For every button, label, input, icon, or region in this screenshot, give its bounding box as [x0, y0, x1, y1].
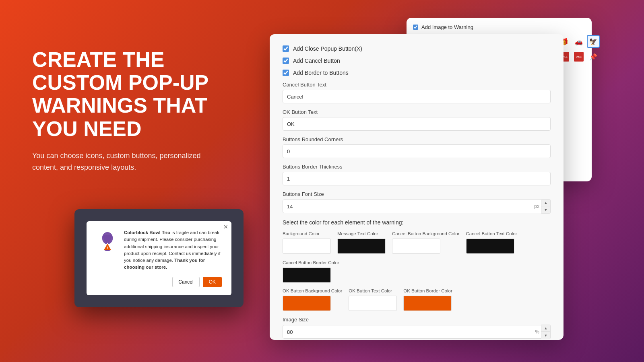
popup-message: is fragile and can break during shipment… [124, 230, 221, 263]
product-name: Colorblock Bowl Trio [124, 230, 170, 235]
cancel-text-color-item: Cancel Button Text Color [466, 231, 517, 254]
font-size-input-wrapper: px ▲ ▼ [283, 199, 551, 214]
popup-text-area: Colorblock Bowl Trio is fragile and can … [124, 229, 222, 271]
cancel-border-color-item: Cancel Button Border Color [283, 260, 339, 283]
border-thickness-input[interactable] [283, 172, 551, 185]
message-text-color-swatch[interactable] [337, 239, 386, 254]
rounded-corners-group: Buttons Rounded Corners [283, 136, 551, 158]
ok-border-color-item: OK Button Border Color [403, 288, 452, 311]
add-image-label: Add Image to Warning [421, 24, 473, 30]
add-image-checkbox[interactable] [413, 25, 418, 30]
ok-button-text-group: OK Button Text [283, 109, 551, 131]
icon-cell-q13[interactable] [587, 130, 600, 142]
image-size-up[interactable]: ▲ [541, 325, 550, 332]
message-text-color-item: Message Text Color [337, 231, 386, 254]
add-cancel-checkbox[interactable] [283, 58, 289, 64]
cancel-border-color-label: Cancel Button Border Color [283, 260, 339, 265]
icon-cell-r3-13[interactable] [587, 66, 600, 78]
icon-cell-p12[interactable] [572, 114, 585, 127]
close-popup-checkbox[interactable] [283, 45, 289, 52]
hero-section: CREATE THE CUSTOM POP-UP WARNINGS THAT Y… [32, 48, 225, 173]
rounded-corners-input[interactable] [283, 144, 551, 158]
icon-cell-q12[interactable] [572, 130, 585, 142]
icon-cell-n12[interactable] [572, 99, 585, 112]
image-size-label: Image Size [283, 317, 551, 323]
font-size-down[interactable]: ▼ [541, 206, 550, 213]
ok-bg-color-item: OK Button Background Color [283, 288, 342, 311]
popup-ok-button[interactable]: OK [203, 277, 222, 287]
cancel-border-color-swatch[interactable] [283, 267, 331, 283]
image-size-input-wrapper: % ▲ ▼ [283, 325, 551, 339]
checkbox-row-cancel: Add Cancel Button [283, 58, 551, 64]
font-size-group: Buttons Font Size px ▲ ▼ [283, 191, 551, 214]
ok-text-color-swatch[interactable] [349, 296, 397, 311]
hero-title: CREATE THE CUSTOM POP-UP WARNINGS THAT Y… [32, 48, 225, 140]
close-popup-label[interactable]: Add Close Popup Button(X) [293, 45, 362, 52]
font-size-label: Buttons Font Size [283, 191, 551, 197]
cancel-bg-color-item: Cancel Button Background Color [392, 231, 460, 254]
ok-button-text-label: OK Button Text [283, 109, 551, 115]
font-size-input[interactable] [283, 200, 541, 213]
wine-glass-icon: ! [99, 231, 116, 253]
cancel-text-color-swatch[interactable] [466, 239, 514, 254]
image-picker-header: Add Image to Warning [413, 24, 585, 30]
icon-cell-r2-13[interactable]: 📌 [587, 50, 600, 63]
cancel-button-text-group: Cancel Button Text [283, 82, 551, 103]
icon-cell-m12[interactable] [572, 84, 585, 97]
cancel-button-text-input[interactable] [283, 90, 551, 103]
border-thickness-group: Buttons Border Thickness [283, 164, 551, 185]
ok-bg-color-label: OK Button Background Color [283, 288, 342, 293]
svg-text:!: ! [107, 245, 108, 250]
settings-panel: Add Close Popup Button(X) Add Cancel But… [270, 34, 564, 340]
cancel-text-color-label: Cancel Button Text Color [466, 231, 517, 236]
icon-cell-car[interactable]: 🚗 [572, 35, 585, 48]
background-color-item: Background Color [283, 231, 331, 254]
popup-cancel-button[interactable]: Cancel [172, 277, 199, 287]
popup-content: ! Colorblock Bowl Trio is fragile and ca… [96, 229, 222, 271]
image-size-unit: % [535, 329, 539, 335]
color-row-2: OK Button Background Color OK Button Tex… [283, 288, 551, 311]
icon-cell-n13[interactable] [587, 99, 600, 112]
ok-text-color-label: OK Button Text Color [349, 288, 397, 293]
checkbox-row-close: Add Close Popup Button(X) [283, 45, 551, 52]
image-size-group: Image Size % ▲ ▼ [283, 317, 551, 339]
preview-card: ✕ ! Colorblock Bowl Trio is fragile a [74, 209, 244, 307]
add-cancel-label[interactable]: Add Cancel Button [293, 58, 340, 64]
background-color-label: Background Color [283, 231, 331, 236]
icon-cell-m13[interactable] [587, 84, 600, 97]
rounded-corners-label: Buttons Rounded Corners [283, 136, 551, 142]
icon-cell-r2-12[interactable]: DISC [572, 50, 585, 63]
checkbox-row-border: Add Border to Buttons [283, 70, 551, 76]
image-size-input[interactable] [283, 325, 541, 339]
icon-cell-r3-12[interactable] [572, 66, 585, 78]
popup-icon-area: ! [96, 229, 118, 255]
font-size-stepper: ▲ ▼ [541, 199, 551, 214]
color-section-title: Select the color for each element of the… [283, 219, 551, 226]
add-border-label[interactable]: Add Border to Buttons [293, 70, 349, 76]
border-thickness-label: Buttons Border Thickness [283, 164, 551, 170]
font-size-unit: px [534, 204, 539, 209]
font-size-up[interactable]: ▲ [541, 200, 550, 206]
cancel-bg-color-label: Cancel Button Background Color [392, 231, 460, 236]
image-size-stepper: ▲ ▼ [541, 325, 551, 339]
icon-cell-p13[interactable] [587, 114, 600, 127]
ok-button-text-input[interactable] [283, 117, 551, 131]
ok-text-color-item: OK Button Text Color [349, 288, 397, 311]
message-text-color-label: Message Text Color [337, 231, 386, 236]
hero-subtitle: You can choose icons, custom buttons, pe… [32, 150, 225, 173]
ok-border-color-label: OK Button Border Color [403, 288, 452, 293]
popup-buttons: Cancel OK [96, 277, 222, 287]
popup-dialog: ✕ ! Colorblock Bowl Trio is fragile a [87, 221, 231, 295]
add-border-checkbox[interactable] [283, 70, 289, 76]
cancel-bg-color-swatch[interactable] [392, 239, 440, 254]
icon-cell-bird[interactable]: 🦅 [587, 35, 600, 48]
ok-border-color-swatch[interactable] [403, 296, 452, 311]
cancel-button-text-label: Cancel Button Text [283, 82, 551, 88]
image-size-down[interactable]: ▼ [541, 332, 550, 339]
background-color-swatch[interactable] [283, 239, 331, 254]
color-row-1: Background Color Message Text Color Canc… [283, 231, 551, 283]
popup-close-button[interactable]: ✕ [223, 224, 228, 230]
ok-bg-color-swatch[interactable] [283, 296, 331, 311]
